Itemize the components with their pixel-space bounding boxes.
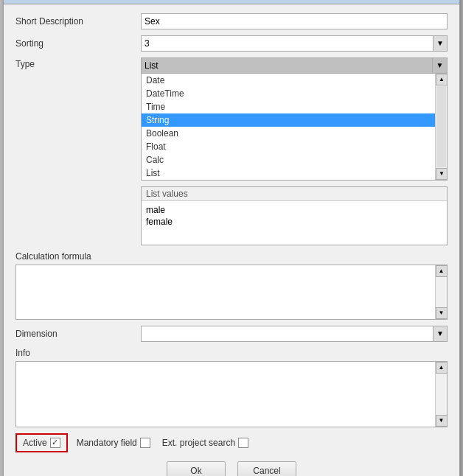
ext-search-label: Ext. project search xyxy=(162,438,235,448)
mandatory-label: Mandatory field xyxy=(77,438,137,448)
dropdown-item-boolean[interactable]: Boolean xyxy=(142,127,435,140)
type-select-value: List xyxy=(142,59,432,72)
dimension-select[interactable] xyxy=(141,326,448,342)
buttons-row: Ok Cancel xyxy=(15,461,448,477)
active-label: Active xyxy=(23,438,47,448)
info-box[interactable]: ▲ ▼ xyxy=(15,361,448,427)
type-row: Type List ▼ Date DateTime Time String xyxy=(15,57,448,181)
type-dropdown-inner: Date DateTime Time String Boolean Float … xyxy=(142,74,447,180)
calc-formula-section: Calculation formula ▲ ▼ xyxy=(15,251,448,320)
dropdown-item-float[interactable]: Float xyxy=(142,140,435,153)
attribute-dialog: ★ Attribute ✕ Short Description Sorting … xyxy=(3,0,460,476)
list-values-spacer xyxy=(15,186,141,245)
dialog-body: Short Description Sorting 3 ▼ Type List … xyxy=(4,4,459,477)
sorting-select[interactable]: 3 xyxy=(141,35,448,52)
ext-search-checkbox[interactable] xyxy=(238,438,248,448)
dropdown-scrollbar: ▲ ▼ xyxy=(435,74,447,180)
dropdown-item-list[interactable]: List xyxy=(142,167,435,180)
calc-formula-box[interactable]: ▲ ▼ xyxy=(15,265,448,320)
info-label: Info xyxy=(15,348,448,358)
info-section: Info ▲ ▼ xyxy=(15,348,448,427)
dimension-select-wrapper: ▼ xyxy=(141,326,448,342)
info-scroll-down[interactable]: ▼ xyxy=(436,415,448,427)
list-value-female: female xyxy=(146,216,442,228)
list-values-content: male female xyxy=(142,201,447,231)
type-dropdown-container: Date DateTime Time String Boolean Float … xyxy=(141,74,448,181)
dimension-label: Dimension xyxy=(15,329,141,339)
sorting-row: Sorting 3 ▼ xyxy=(15,35,448,52)
short-description-row: Short Description xyxy=(15,13,448,29)
dropdown-item-date[interactable]: Date xyxy=(142,74,435,87)
sorting-label: Sorting xyxy=(15,38,141,49)
short-description-label: Short Description xyxy=(15,16,141,27)
type-dropdown: Date DateTime Time String Boolean Float … xyxy=(141,74,448,181)
cancel-button[interactable]: Cancel xyxy=(237,461,296,477)
ext-search-item: Ext. project search xyxy=(162,438,248,448)
dropdown-item-datetime[interactable]: DateTime xyxy=(142,87,435,100)
info-scroll-up[interactable]: ▲ xyxy=(436,362,448,374)
dropdown-item-calc[interactable]: Calc xyxy=(142,153,435,167)
mandatory-item: Mandatory field xyxy=(77,438,150,448)
dropdown-scroll-down[interactable]: ▼ xyxy=(436,168,448,180)
sorting-select-wrapper: 3 ▼ xyxy=(141,35,448,52)
ok-button[interactable]: Ok xyxy=(167,461,226,477)
calc-formula-scrollbar: ▲ ▼ xyxy=(435,265,447,319)
dropdown-scroll-thumb xyxy=(436,86,446,167)
bottom-controls: Active Mandatory field Ext. project sear… xyxy=(15,433,448,452)
list-value-male: male xyxy=(146,204,442,216)
type-select-bar[interactable]: List ▼ xyxy=(141,57,448,74)
mandatory-checkbox[interactable] xyxy=(140,438,150,448)
type-right: List ▼ Date DateTime Time String Boolean… xyxy=(141,57,448,181)
calc-scroll-down[interactable]: ▼ xyxy=(436,307,448,319)
type-label: Type xyxy=(15,57,141,69)
list-values-header: List values xyxy=(142,187,447,201)
list-values-section: List values male female xyxy=(141,186,448,245)
dropdown-item-time[interactable]: Time xyxy=(142,100,435,113)
dimension-row: Dimension ▼ xyxy=(15,326,448,342)
active-checkbox[interactable] xyxy=(50,438,60,448)
info-scrollbar: ▲ ▼ xyxy=(435,362,447,427)
list-values-row: List values male female xyxy=(15,186,448,245)
active-box: Active xyxy=(15,433,68,452)
short-description-input[interactable] xyxy=(141,13,448,29)
calc-formula-label: Calculation formula xyxy=(15,251,448,262)
dropdown-scroll-up[interactable]: ▲ xyxy=(436,74,448,85)
dropdown-item-string[interactable]: String xyxy=(142,113,435,127)
calc-scroll-up[interactable]: ▲ xyxy=(436,265,448,277)
type-dropdown-arrow[interactable]: ▼ xyxy=(432,58,447,73)
